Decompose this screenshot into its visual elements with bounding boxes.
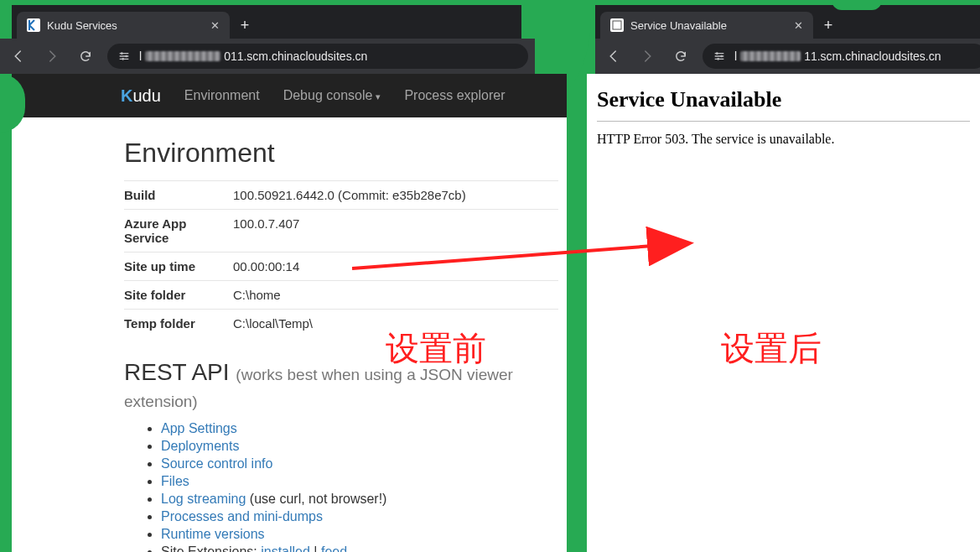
left-toolbar: l 011.scm.chinacloudsites.cn [0,39,535,74]
left-url: l 011.scm.chinacloudsites.cn [139,49,367,63]
svg-point-3 [122,58,124,60]
reload-button[interactable] [74,44,97,68]
env-value: 100.50921.6442.0 (Commit: e35b28e7cb) [233,188,466,202]
right-tab-active[interactable]: Service Unavailable ✕ [600,12,813,39]
back-button[interactable] [7,44,30,68]
forward-button[interactable] [635,44,659,68]
left-tab-active[interactable]: Kudu Services ✕ [17,12,230,39]
right-tabstrip: Service Unavailable ✕ + [595,5,980,39]
env-row-build: Build 100.50921.6442.0 (Commit: e35b28e7… [124,180,558,209]
list-item: Deployments [161,439,558,454]
list-item: Log streaming (use curl, not browser!) [161,492,558,507]
env-label: Azure App Service [124,216,233,245]
list-item: Site Extensions: installed | feed [161,544,558,552]
newtab-button[interactable]: + [235,15,255,35]
left-page-content: Kudu Environment Debug console▾ Process … [12,74,567,552]
svg-rect-4 [610,18,624,32]
right-tab-title: Service Unavailable [630,19,727,32]
kudu-nav-environment[interactable]: Environment [184,88,260,103]
link-source-control[interactable]: Source control info [161,456,272,471]
forward-icon [44,49,60,64]
list-item: Runtime versions [161,527,558,542]
env-label: Site folder [124,288,233,302]
svg-line-9 [352,243,687,268]
env-value: 00.00:00:14 [233,259,299,273]
link-app-settings[interactable]: App Settings [161,421,237,435]
annotation-before-label: 设置前 [386,325,486,372]
env-row-tempfolder: Temp folder C:\local\Temp\ [124,309,558,337]
forward-button[interactable] [40,44,64,68]
forward-icon [640,49,655,64]
right-url: l 11.scm.chinacloudsites.cn [734,49,941,63]
svg-point-2 [125,55,127,58]
back-icon [606,49,621,64]
tune-icon [713,49,726,63]
right-toolbar: l 11.scm.chinacloudsites.cn [595,39,980,74]
tune-icon [117,49,131,63]
left-omnibox[interactable]: l 011.scm.chinacloudsites.cn [107,44,528,69]
restapi-list: App Settings Deployments Source control … [124,421,558,552]
env-heading: Environment [124,138,558,169]
env-label: Site up time [124,259,233,273]
error-favicon [610,18,624,32]
reload-icon [673,49,688,64]
annotated-screenshot-canvas: Kudu Services ✕ + l 011.scm.chinacloudsi… [0,0,980,552]
log-streaming-note: (use curl, not browser!) [246,492,386,506]
link-site-ext-installed[interactable]: installed [261,544,310,552]
redacted-hostpart [145,51,220,61]
env-label: Build [124,188,233,202]
arrow-annotation [352,227,704,277]
site-ext-prefix: Site Extensions: [161,544,261,552]
kudu-navbar: Kudu Environment Debug console▾ Process … [12,74,567,117]
link-processes[interactable]: Processes and mini-dumps [161,509,323,523]
svg-point-7 [720,55,723,58]
kudu-brand[interactable]: Kudu [121,86,161,106]
svg-point-8 [717,58,719,60]
left-tabstrip: Kudu Services ✕ + [12,5,521,39]
service-unavailable-heading: Service Unavailable [597,87,970,112]
list-item: Files [161,474,558,489]
env-value: C:\local\Temp\ [233,316,313,331]
env-label: Temp folder [124,316,233,331]
kudu-favicon [27,18,40,32]
svg-point-1 [121,52,123,55]
link-files[interactable]: Files [161,474,189,488]
env-value: C:\home [233,288,281,302]
close-icon[interactable]: ✕ [210,19,220,32]
restapi-heading: REST API (works best when using a JSON v… [124,359,558,413]
right-omnibox[interactable]: l 11.scm.chinacloudsites.cn [703,44,980,69]
redacted-hostpart [740,51,801,61]
newtab-button[interactable]: + [818,15,838,35]
back-button[interactable] [602,44,625,68]
kudu-nav-process-explorer[interactable]: Process explorer [404,88,505,103]
link-log-streaming[interactable]: Log streaming [161,492,246,506]
svg-point-6 [716,52,718,55]
service-unavailable-body: HTTP Error 503. The service is unavailab… [597,132,970,147]
link-deployments[interactable]: Deployments [161,439,239,453]
env-row-sitefolder: Site folder C:\home [124,280,558,309]
link-site-ext-feed[interactable]: feed [321,544,347,552]
reload-button[interactable] [669,44,692,68]
reload-icon [78,49,93,64]
right-page-content: Service Unavailable HTTP Error 503. The … [587,74,980,552]
list-item: App Settings [161,421,558,436]
kudu-nav-debug-console[interactable]: Debug console▾ [283,88,381,103]
left-tab-title: Kudu Services [47,19,117,32]
close-icon[interactable]: ✕ [794,19,803,32]
list-item: Source control info [161,456,558,471]
list-item: Processes and mini-dumps [161,509,558,524]
chevron-down-icon: ▾ [376,91,381,102]
env-value: 100.0.7.407 [233,216,299,245]
back-icon [11,49,26,64]
annotation-after-label: 设置后 [721,325,822,372]
site-ext-sep: | [314,544,321,552]
link-runtime-versions[interactable]: Runtime versions [161,527,265,541]
divider [597,121,970,122]
